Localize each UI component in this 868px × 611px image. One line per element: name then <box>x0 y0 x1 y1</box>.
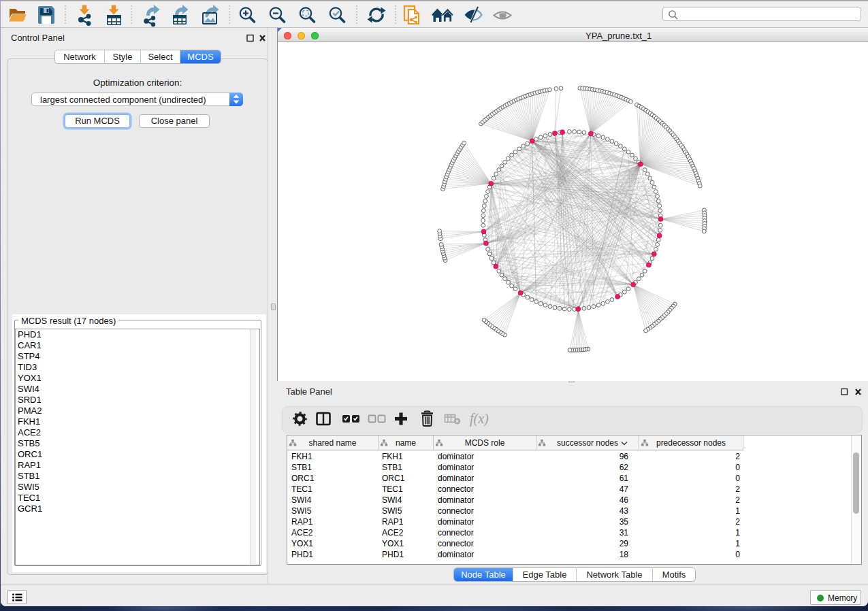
svg-text:f(x): f(x) <box>470 411 489 427</box>
